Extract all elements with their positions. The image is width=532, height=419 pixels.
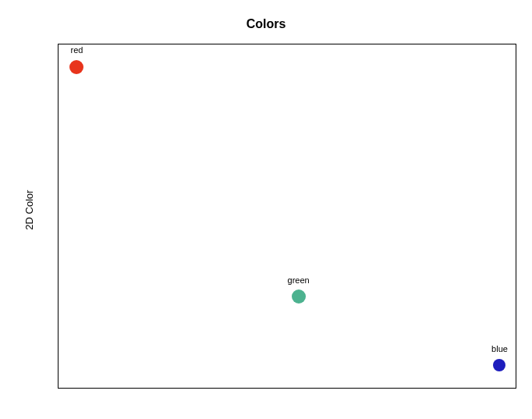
point-red <box>69 60 83 74</box>
point-label-blue: blue <box>491 344 508 353</box>
chart-title: Colors <box>0 17 532 31</box>
point-blue <box>493 359 505 371</box>
point-label-red: red <box>70 45 83 55</box>
point-green <box>292 289 306 304</box>
chart-container: Colors 2D Color red green blue <box>0 0 532 419</box>
y-axis-label: 2D Color <box>23 190 35 229</box>
point-label-green: green <box>288 275 310 285</box>
plot-area: red green blue <box>58 44 516 389</box>
